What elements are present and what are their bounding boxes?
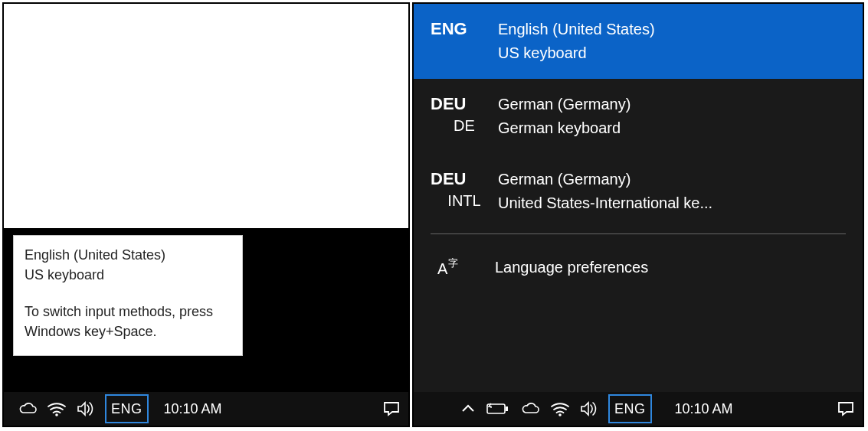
language-option-code: DEU DE — [431, 93, 498, 136]
language-option-selected[interactable]: ENG English (United States) US keyboard — [414, 4, 863, 79]
language-option-text: German (Germany) German keyboard — [498, 93, 849, 140]
svg-rect-4 — [506, 407, 508, 411]
language-name-label: German (Germany) — [498, 171, 631, 188]
wifi-icon[interactable] — [42, 392, 71, 426]
battery-icon[interactable] — [481, 392, 515, 426]
taskbar-clock-label: 10:10 AM — [164, 401, 222, 416]
language-subcode-label: INTL — [431, 191, 498, 211]
taskbar-clock[interactable]: 10:10 AM — [666, 401, 742, 417]
language-preferences-link[interactable]: A 字 Language preferences — [414, 239, 863, 295]
action-center-icon[interactable] — [375, 392, 408, 426]
language-option[interactable]: DEU DE German (Germany) German keyboard — [414, 79, 863, 154]
wifi-icon[interactable] — [545, 392, 575, 426]
action-center-icon[interactable] — [829, 392, 863, 426]
language-indicator[interactable]: ENG — [105, 394, 149, 423]
language-switcher-flyout: ENG English (United States) US keyboard … — [414, 4, 863, 392]
divider — [431, 233, 846, 234]
svg-text:A: A — [437, 260, 448, 277]
language-option[interactable]: DEU INTL German (Germany) United States-… — [414, 154, 863, 229]
speaker-icon[interactable] — [575, 392, 602, 426]
language-indicator-label: ENG — [614, 401, 646, 417]
language-preferences-label: Language preferences — [495, 259, 648, 276]
taskbar: ENG 10:10 AM — [414, 392, 863, 426]
speaker-icon[interactable] — [71, 392, 99, 426]
language-tooltip: English (United States) US keyboard To s… — [13, 235, 243, 356]
language-indicator[interactable]: ENG — [608, 394, 652, 423]
left-screenshot-panel: English (United States) US keyboard To s… — [2, 2, 410, 427]
tooltip-line: To switch input methods, press — [25, 302, 231, 322]
language-indicator-label: ENG — [111, 401, 142, 417]
tooltip-line: US keyboard — [25, 265, 231, 285]
language-code-label: DEU — [431, 94, 466, 113]
language-option-text: German (Germany) United States-Internati… — [498, 168, 849, 215]
taskbar-clock[interactable]: 10:10 AM — [155, 401, 231, 417]
taskbar: ENG 10:10 AM — [4, 392, 408, 426]
show-hidden-icons-chevron[interactable] — [455, 392, 481, 426]
language-name-label: German (Germany) — [498, 96, 631, 113]
language-option-code: ENG — [431, 18, 498, 41]
svg-point-0 — [55, 413, 58, 416]
keyboard-layout-label: US keyboard — [498, 41, 849, 65]
language-subcode-label: DE — [431, 116, 498, 136]
right-screenshot-panel: ENG English (United States) US keyboard … — [412, 2, 864, 427]
language-preferences-icon: A 字 — [435, 254, 495, 280]
language-name-label: English (United States) — [498, 21, 655, 38]
svg-point-5 — [558, 413, 562, 416]
language-option-code: DEU INTL — [431, 168, 498, 211]
onedrive-icon[interactable] — [13, 392, 42, 426]
svg-text:字: 字 — [448, 257, 458, 269]
tooltip-line: Windows key+Space. — [25, 322, 231, 341]
language-option-text: English (United States) US keyboard — [498, 18, 849, 65]
keyboard-layout-label: German keyboard — [498, 116, 849, 140]
taskbar-clock-label: 10:10 AM — [675, 401, 733, 416]
language-code-label: DEU — [431, 169, 466, 188]
tooltip-line: English (United States) — [25, 245, 231, 265]
language-code-label: ENG — [431, 19, 467, 38]
keyboard-layout-label: United States-International ke... — [498, 191, 849, 215]
onedrive-icon[interactable] — [515, 392, 545, 426]
